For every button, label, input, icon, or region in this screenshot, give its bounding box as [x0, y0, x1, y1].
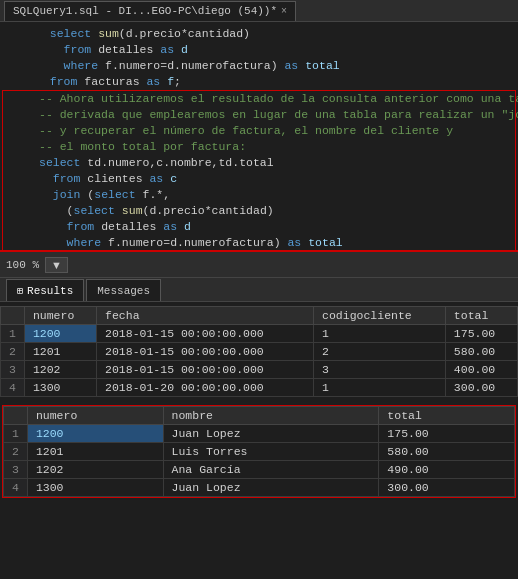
cell-codigocliente: 3	[314, 361, 446, 379]
title-bar: SQLQuery1.sql - DI...EGO-PC\diego (54))*…	[0, 0, 518, 22]
highlighted-code-block: -- Ahora utilizaremos el resultado de la…	[2, 90, 516, 252]
line-content: join (select f.*,	[39, 187, 511, 203]
zoom-level: 100 %	[6, 259, 39, 271]
col-rownum	[1, 307, 25, 325]
cell-codigocliente: 1	[314, 325, 446, 343]
code-line: from detalles as d	[0, 42, 518, 58]
table-row: 4 1300 2018-01-20 00:00:00.000 1 300.00	[1, 379, 518, 397]
table-row: 4 1300 Juan Lopez 300.00	[4, 479, 515, 497]
code-editor: select sum(d.precio*cantidad) from detal…	[0, 22, 518, 252]
cell-fecha: 2018-01-20 00:00:00.000	[97, 379, 314, 397]
col-numero: numero	[27, 407, 163, 425]
line-content: from detalles as d	[39, 219, 511, 235]
table-row: 1 1200 Juan Lopez 175.00	[4, 425, 515, 443]
line-content: select sum(d.precio*cantidad)	[36, 26, 514, 42]
result-table-1-wrap: numero fecha codigocliente total 1 1200 …	[0, 302, 518, 401]
result-table-2: numero nombre total 1 1200 Juan Lopez 17…	[3, 406, 515, 497]
result-tabs: ⊞ Results Messages	[0, 278, 518, 302]
col-total: total	[445, 307, 517, 325]
close-icon[interactable]: ×	[281, 6, 287, 17]
cell-total: 175.00	[379, 425, 515, 443]
line-content: -- Ahora utilizaremos el resultado de la…	[39, 91, 518, 107]
col-fecha: fecha	[97, 307, 314, 325]
row-number: 1	[1, 325, 25, 343]
editor-tab[interactable]: SQLQuery1.sql - DI...EGO-PC\diego (54))*…	[4, 1, 296, 21]
col-nombre: nombre	[163, 407, 379, 425]
line-content: where f.numero=d.numerofactura) as total	[36, 58, 514, 74]
line-content: -- y recuperar el número de factura, el …	[39, 123, 511, 139]
table-row: 2 1201 Luis Torres 580.00	[4, 443, 515, 461]
tab-messages[interactable]: Messages	[86, 279, 161, 301]
line-content: from clientes as c	[39, 171, 511, 187]
cell-numero: 1300	[24, 379, 96, 397]
cell-total: 580.00	[445, 343, 517, 361]
col-numero: numero	[24, 307, 96, 325]
table-header-row: numero nombre total	[4, 407, 515, 425]
cell-numero: 1300	[27, 479, 163, 497]
row-number: 2	[1, 343, 25, 361]
line-content: from detalles as d	[36, 42, 514, 58]
cell-total: 580.00	[379, 443, 515, 461]
cell-numero: 1200	[27, 425, 163, 443]
cell-nombre: Juan Lopez	[163, 479, 379, 497]
row-number: 3	[4, 461, 28, 479]
line-content: select td.numero,c.nombre,td.total	[39, 155, 511, 171]
cell-fecha: 2018-01-15 00:00:00.000	[97, 343, 314, 361]
results-icon: ⊞	[17, 285, 23, 297]
toolbar: 100 % ▼	[0, 252, 518, 278]
table-header-row: numero fecha codigocliente total	[1, 307, 518, 325]
code-lines-top: select sum(d.precio*cantidad) from detal…	[0, 26, 518, 90]
cell-nombre: Ana García	[163, 461, 379, 479]
code-line: from detalles as d	[3, 219, 515, 235]
line-content: from facturas as f;	[36, 74, 514, 90]
code-line: join (select f.*,	[3, 187, 515, 203]
code-line: from facturas as f) as td	[3, 251, 515, 252]
col-codigocliente: codigocliente	[314, 307, 446, 325]
line-content: from facturas as f) as td	[39, 251, 511, 252]
cell-numero: 1201	[27, 443, 163, 461]
code-line: -- derivada que emplearemos en lugar de …	[3, 107, 515, 123]
cell-total: 490.00	[379, 461, 515, 479]
row-number: 1	[4, 425, 28, 443]
table-row: 2 1201 2018-01-15 00:00:00.000 2 580.00	[1, 343, 518, 361]
cell-fecha: 2018-01-15 00:00:00.000	[97, 325, 314, 343]
code-line: select sum(d.precio*cantidad)	[0, 26, 518, 42]
row-number: 4	[1, 379, 25, 397]
row-number: 3	[1, 361, 25, 379]
cell-fecha: 2018-01-15 00:00:00.000	[97, 361, 314, 379]
table-row: 1 1200 2018-01-15 00:00:00.000 1 175.00	[1, 325, 518, 343]
cell-numero: 1202	[24, 361, 96, 379]
code-line: where f.numero=d.numerofactura) as total	[3, 235, 515, 251]
code-line: from clientes as c	[3, 171, 515, 187]
row-number: 2	[4, 443, 28, 461]
code-line: from facturas as f;	[0, 74, 518, 90]
result-table-2-wrap: numero nombre total 1 1200 Juan Lopez 17…	[2, 405, 516, 498]
line-content: -- el monto total por factura:	[39, 139, 511, 155]
cell-total: 300.00	[445, 379, 517, 397]
result-table-1: numero fecha codigocliente total 1 1200 …	[0, 306, 518, 397]
cell-total: 300.00	[379, 479, 515, 497]
cell-total: 400.00	[445, 361, 517, 379]
results-tab-label: Results	[27, 285, 73, 297]
code-line: select td.numero,c.nombre,td.total	[3, 155, 515, 171]
cell-nombre: Juan Lopez	[163, 425, 379, 443]
zoom-dropdown-button[interactable]: ▼	[45, 257, 68, 273]
code-line: -- el monto total por factura:	[3, 139, 515, 155]
cell-codigocliente: 2	[314, 343, 446, 361]
col-rownum	[4, 407, 28, 425]
line-content: -- derivada que emplearemos en lugar de …	[39, 107, 518, 123]
cell-nombre: Luis Torres	[163, 443, 379, 461]
line-content: (select sum(d.precio*cantidad)	[39, 203, 511, 219]
cell-numero: 1201	[24, 343, 96, 361]
tab-results[interactable]: ⊞ Results	[6, 279, 84, 301]
code-line: -- Ahora utilizaremos el resultado de la…	[3, 91, 515, 107]
col-total: total	[379, 407, 515, 425]
messages-tab-label: Messages	[97, 285, 150, 297]
tab-label: SQLQuery1.sql - DI...EGO-PC\diego (54))*	[13, 5, 277, 17]
table-row: 3 1202 2018-01-15 00:00:00.000 3 400.00	[1, 361, 518, 379]
row-number: 4	[4, 479, 28, 497]
code-line: (select sum(d.precio*cantidad)	[3, 203, 515, 219]
cell-codigocliente: 1	[314, 379, 446, 397]
line-content: where f.numero=d.numerofactura) as total	[39, 235, 511, 251]
cell-numero: 1200	[24, 325, 96, 343]
